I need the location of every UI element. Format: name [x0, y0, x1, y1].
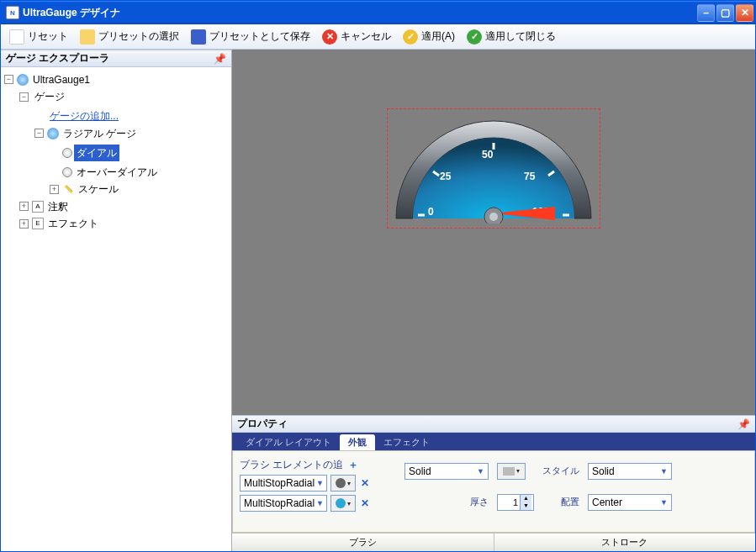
remove-brush-button[interactable]: ✕ [359, 497, 371, 509]
add-brush-button[interactable]: ＋ [348, 458, 358, 472]
brush-row: MultiStopRadial▼ ▾ ✕ [240, 495, 383, 512]
radial-gauge-preview: 0 25 50 75 100 [391, 113, 596, 223]
app-icon: N [6, 6, 19, 19]
property-tabs: ダイアル レイアウト 外観 エフェクト [232, 433, 755, 450]
stroke-style-combo[interactable]: Solid▼ [588, 463, 672, 480]
tab-stroke[interactable]: ストローク [494, 534, 756, 551]
tab-appearance[interactable]: 外観 [340, 434, 375, 450]
gauge-tree: −UltraGauge1 −ゲージ ゲージの追加... −ラジアル ゲージ ダ [1, 67, 231, 551]
thickness-label: 厚さ [404, 496, 489, 508]
tree-effects[interactable]: +Eエフェクト [19, 215, 101, 232]
dial-icon [62, 167, 72, 177]
tree-over-dial[interactable]: オーバーダイアル [50, 164, 160, 181]
brush-row: MultiStopRadial▼ ▾ ✕ [240, 475, 383, 492]
open-preset-button[interactable]: プリセットの選択 [75, 27, 184, 47]
tree-gauges[interactable]: −ゲージ [19, 88, 67, 105]
design-canvas[interactable]: 0 25 50 75 100 [232, 50, 755, 415]
minimize-button[interactable]: – [697, 4, 715, 22]
tab-brush[interactable]: ブラシ [232, 534, 494, 551]
chevron-down-icon: ▾ [347, 500, 351, 507]
pin-icon[interactable]: 📌 [214, 53, 226, 65]
style-label: スタイル [542, 465, 579, 477]
gauge-selection[interactable]: 0 25 50 75 100 [387, 108, 600, 229]
properties-header: プロパティ 📌 [232, 415, 755, 433]
svg-text:25: 25 [440, 171, 452, 182]
brush-color-picker[interactable]: ▾ [330, 495, 356, 512]
cancel-button[interactable]: ✕キャンセル [317, 27, 396, 47]
remove-brush-button[interactable]: ✕ [359, 477, 371, 489]
stroke-color-picker[interactable]: ▾ [497, 463, 526, 480]
svg-point-12 [489, 213, 498, 221]
chevron-down-icon: ▼ [475, 467, 486, 476]
stroke-brush-combo[interactable]: Solid▼ [404, 463, 489, 480]
close-button[interactable]: ✕ [736, 4, 753, 22]
tree-annotations[interactable]: +A注釈 [19, 198, 71, 215]
chevron-down-icon: ▼ [658, 467, 669, 476]
window-title: UltraGauge デザイナ [23, 6, 697, 20]
maximize-button[interactable]: ▢ [716, 4, 734, 22]
tree-root[interactable]: −UltraGauge1 [4, 71, 93, 88]
chevron-down-icon: ▼ [315, 499, 325, 507]
spin-up[interactable]: ▲ [520, 495, 531, 502]
brush-color-picker[interactable]: ▾ [330, 475, 356, 492]
thickness-spinner[interactable]: ▲▼ [497, 494, 534, 511]
explorer-header: ゲージ エクスプローラ 📌 [1, 50, 231, 67]
brush-type-combo[interactable]: MultiStopRadial▼ [240, 495, 327, 512]
dial-icon [62, 148, 72, 158]
brush-type-combo[interactable]: MultiStopRadial▼ [240, 475, 327, 492]
svg-text:0: 0 [428, 206, 434, 218]
alignment-label: 配置 [542, 496, 579, 508]
check-circle-icon: ✓ [467, 29, 482, 45]
effects-icon: E [32, 218, 44, 229]
cancel-icon: ✕ [322, 29, 337, 45]
svg-text:50: 50 [482, 149, 494, 160]
gauge-icon [17, 74, 29, 86]
chevron-down-icon: ▾ [516, 467, 520, 475]
save-icon [191, 29, 206, 45]
radial-gauge-icon [47, 128, 59, 139]
tab-effects[interactable]: エフェクト [375, 434, 438, 450]
apply-close-button[interactable]: ✓適用して閉じる [462, 27, 561, 47]
chevron-down-icon: ▼ [658, 498, 669, 507]
titlebar: N UltraGauge デザイナ – ▢ ✕ [1, 1, 755, 24]
spin-down[interactable]: ▼ [520, 502, 531, 510]
page-icon [9, 29, 24, 45]
chevron-down-icon: ▼ [315, 479, 325, 487]
thickness-input[interactable] [498, 497, 520, 507]
tree-scale[interactable]: +📏スケール [50, 181, 121, 197]
scale-icon: 📏 [62, 183, 74, 195]
tree-radial-gauge[interactable]: −ラジアル ゲージ [34, 125, 139, 142]
save-preset-button[interactable]: プリセットとして保存 [186, 27, 315, 47]
reset-button[interactable]: リセット [4, 27, 73, 47]
apply-button[interactable]: ✓適用(A) [398, 27, 460, 47]
svg-text:75: 75 [524, 171, 536, 182]
stroke-align-combo[interactable]: Center▼ [588, 494, 672, 511]
tree-add-gauge[interactable]: ゲージの追加... [34, 108, 121, 124]
folder-open-icon [80, 29, 95, 45]
tree-dial[interactable]: ダイアル [50, 145, 119, 161]
check-icon: ✓ [403, 29, 418, 45]
pin-icon[interactable]: 📌 [737, 418, 750, 430]
annotation-icon: A [32, 201, 44, 213]
tab-dial-layout[interactable]: ダイアル レイアウト [237, 434, 340, 450]
toolbar: リセット プリセットの選択 プリセットとして保存 ✕キャンセル ✓適用(A) ✓… [1, 24, 755, 50]
brush-elements-label: ブラシ エレメントの追 [240, 458, 343, 472]
chevron-down-icon: ▾ [347, 480, 351, 487]
